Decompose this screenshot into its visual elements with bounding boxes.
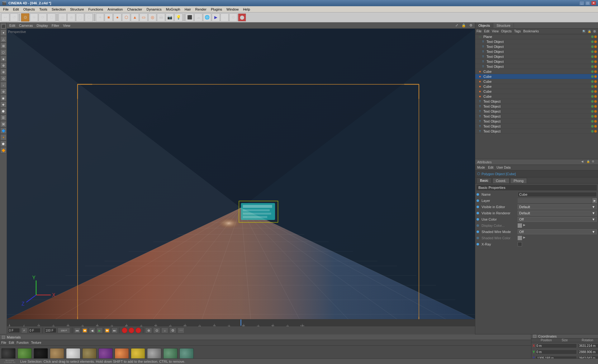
attr-settings-button[interactable]: ⚙ [592, 160, 596, 164]
menu-help[interactable]: Help [241, 7, 252, 12]
y-position-input[interactable] [535, 350, 577, 354]
render-region-button[interactable]: ⬦ [221, 13, 229, 21]
menu-tools[interactable]: Tools [37, 7, 49, 12]
list-item[interactable]: T Text Object [475, 59, 598, 64]
obj-menu-objects[interactable]: Objects [501, 30, 512, 33]
play-button[interactable]: ▶ [97, 328, 103, 333]
undo-button[interactable]: ↩ [1, 13, 9, 21]
attr-tab-phong[interactable]: Phong [510, 178, 527, 183]
edge-mode-button[interactable]: ◯ [76, 13, 84, 21]
left-tool-15[interactable]: ☰ [0, 114, 7, 121]
shaded-wire-color-swatch[interactable] [518, 236, 522, 240]
current-frame-input[interactable]: 0 F [29, 328, 40, 333]
next-frame-button[interactable]: ⏩ [104, 328, 110, 333]
list-item[interactable]: T Text Object [475, 49, 598, 54]
menu-dynamics[interactable]: Dynamics [145, 7, 164, 12]
layer-arrow[interactable]: ▶ [592, 198, 597, 203]
left-tool-6[interactable]: ◈ [0, 56, 7, 62]
left-tool-13[interactable]: ❖ [0, 101, 7, 108]
render-button[interactable]: ▶ [212, 13, 220, 21]
timeline-ruler[interactable]: 0 5 10 15 20 [7, 320, 475, 326]
move-button[interactable]: ✛ [30, 13, 38, 21]
attr-menu-edit[interactable]: Edit [488, 166, 493, 169]
redo-button[interactable]: ↺ [10, 13, 18, 21]
objects-lock-icon[interactable]: 🔒 [587, 29, 591, 34]
left-tool-18[interactable]: 🔸 [0, 134, 7, 140]
timeline-settings-button[interactable]: ⚙ [169, 328, 176, 333]
list-item[interactable]: ▭ Plane [475, 34, 598, 39]
attr-menu-userdata[interactable]: User Data [496, 166, 510, 169]
list-item[interactable]: ■ Cube [475, 94, 598, 99]
visible-editor-dropdown[interactable]: Default ▼ [518, 204, 597, 209]
camera-button[interactable]: 📷 [166, 13, 174, 21]
attr-prev-button[interactable]: ◀ [581, 160, 586, 164]
menu-animation[interactable]: Animation [106, 7, 125, 12]
vp-icon-lock[interactable]: 🔒 [460, 23, 467, 27]
tab-structure[interactable]: Structure [493, 23, 514, 28]
pts-mode-button[interactable]: ⊕ [67, 13, 75, 21]
left-tool-8[interactable]: ⊗ [0, 69, 7, 75]
list-item[interactable]: T Text Object [475, 39, 598, 44]
plane-button[interactable]: ▭ [140, 13, 148, 21]
objects-settings-icon[interactable]: ⚙ [592, 29, 597, 34]
menu-selection[interactable]: Selection [50, 7, 68, 12]
attr-menu-mode[interactable]: Mode [477, 166, 485, 169]
left-tool-2[interactable]: ✦ [0, 30, 7, 36]
list-item[interactable]: ■ Cube [475, 79, 598, 84]
live-select-button[interactable]: ⊙ [21, 13, 29, 21]
x-size-input[interactable] [578, 343, 598, 348]
mat-menu-texture[interactable]: Texture [31, 341, 41, 344]
more-button[interactable]: ⋯ [178, 328, 184, 333]
left-tool-3[interactable]: △ [0, 36, 7, 42]
menu-file[interactable]: File [1, 7, 11, 12]
left-tool-20[interactable]: 🔶 [0, 147, 7, 153]
vp-menu-view[interactable]: View [62, 24, 72, 27]
left-tool-10[interactable]: ⬦ [0, 82, 7, 88]
list-item[interactable]: T Text Object [475, 114, 598, 119]
left-tool-5[interactable]: ⬡ [0, 49, 7, 55]
sky-button[interactable]: ☁ [194, 13, 202, 21]
floor-button[interactable]: ⬛ [186, 13, 194, 21]
light-button[interactable]: 💡 [174, 13, 183, 21]
menu-render[interactable]: Render [193, 7, 208, 12]
goto-end-button[interactable]: ⏭ [112, 328, 118, 333]
obj-mode-button[interactable]: ◎ [59, 13, 67, 21]
objects-search-icon[interactable]: 🔍 [582, 29, 586, 34]
left-tool-7[interactable]: ⊕ [0, 62, 7, 68]
attr-tab-basic[interactable]: Basic [477, 178, 492, 183]
record-pos-button[interactable] [129, 328, 134, 333]
left-tool-14[interactable]: ⬣ [0, 108, 7, 114]
obj-menu-file[interactable]: File [477, 30, 482, 33]
vp-menu-edit[interactable]: Edit [8, 24, 17, 27]
list-item[interactable]: T Text Object [475, 124, 598, 129]
cylinder-button[interactable]: ⬡ [122, 13, 130, 21]
layer-value[interactable] [518, 198, 592, 203]
left-tool-9[interactable]: ⊙ [0, 75, 7, 82]
display-color-swatch[interactable] [518, 223, 522, 228]
coord-checkbox[interactable] [533, 335, 536, 338]
menu-hair[interactable]: Hair [183, 7, 193, 12]
xray-checkbox[interactable] [518, 242, 522, 246]
list-item[interactable]: ■ Cube [475, 84, 598, 89]
list-item[interactable]: T Text Object [475, 129, 598, 134]
shaded-wire-color-arrow[interactable]: ▶ [523, 236, 528, 240]
left-tool-16[interactable]: ⌘ [0, 121, 7, 127]
vp-menu-display[interactable]: Display [36, 24, 49, 27]
prev-frame-button[interactable]: ⏪ [82, 328, 88, 333]
obj-menu-view[interactable]: View [492, 30, 499, 33]
poly-mode-button[interactable]: ⬡ [85, 13, 93, 21]
mat-menu-function[interactable]: Function [17, 341, 28, 344]
menu-functions[interactable]: Functions [87, 7, 105, 12]
goto-start-button[interactable]: ⏮ [74, 328, 80, 333]
material-button[interactable]: ⬤ [238, 13, 246, 21]
vp-menu-filter[interactable]: Filter [50, 24, 60, 27]
left-tool-17[interactable]: 🔷 [0, 128, 7, 134]
list-item[interactable]: ■ Cube [475, 74, 598, 79]
name-value[interactable]: Cube [518, 192, 597, 197]
list-item[interactable]: T Text Object [475, 44, 598, 49]
env-button[interactable]: 🌐 [203, 13, 211, 21]
menu-window[interactable]: Window [225, 7, 240, 12]
attr-tab-coord[interactable]: Coord. [492, 178, 510, 183]
mat-menu-edit[interactable]: Edit [9, 341, 14, 344]
render-settings-button[interactable]: ⚙ [229, 13, 237, 21]
